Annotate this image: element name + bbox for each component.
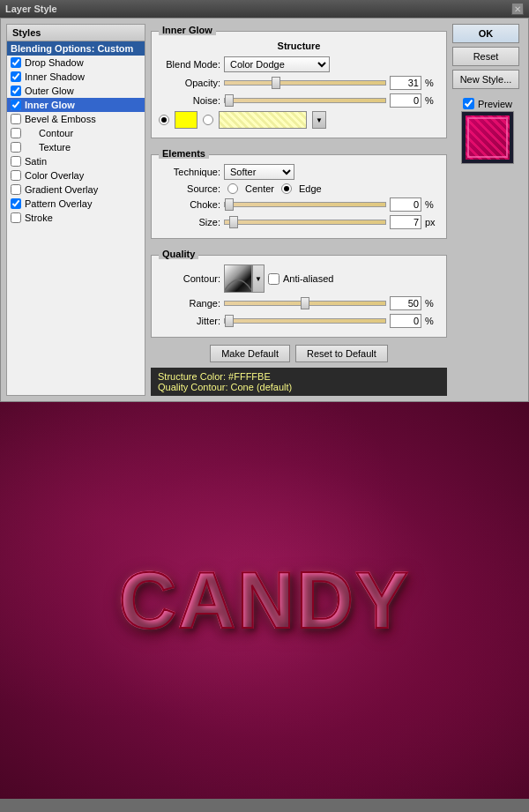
- sidebar-item-satin[interactable]: Satin: [7, 154, 145, 168]
- svg-rect-0: [225, 265, 251, 292]
- sidebar-item-inner-glow[interactable]: Inner Glow: [7, 98, 145, 112]
- jitter-unit: %: [425, 316, 439, 326]
- size-row: Size: px: [159, 215, 439, 229]
- new-style-button[interactable]: New Style...: [452, 70, 519, 89]
- inner-glow-label: Inner Glow: [25, 100, 75, 110]
- jitter-label: Jitter:: [159, 316, 220, 326]
- reset-to-default-button[interactable]: Reset to Default: [295, 345, 388, 362]
- blend-mode-select[interactable]: Color Dodge Normal Screen Multiply: [224, 56, 330, 72]
- size-slider[interactable]: [224, 220, 386, 225]
- source-center-radio[interactable]: [227, 183, 238, 194]
- solid-color-radio[interactable]: [159, 115, 169, 125]
- sidebar-item-contour[interactable]: Contour: [7, 126, 145, 140]
- sidebar-item-pattern-overlay[interactable]: Pattern Overlay: [7, 197, 145, 211]
- gradient-radio[interactable]: [203, 115, 213, 125]
- sidebar-item-inner-shadow[interactable]: Inner Shadow: [7, 70, 145, 84]
- opacity-row: Opacity: %: [159, 76, 439, 90]
- noise-slider[interactable]: [224, 98, 386, 103]
- inner-shadow-checkbox[interactable]: [11, 71, 21, 82]
- drop-shadow-label: Drop Shadow: [25, 57, 84, 68]
- preview-checkbox[interactable]: [463, 98, 474, 109]
- satin-checkbox[interactable]: [11, 156, 21, 167]
- source-row: Source: Center Edge: [159, 183, 439, 194]
- inner-shadow-label: Inner Shadow: [25, 71, 85, 82]
- jitter-input[interactable]: [390, 314, 421, 328]
- make-default-button[interactable]: Make Default: [210, 345, 290, 362]
- texture-label: Texture: [25, 142, 71, 153]
- color-swatch-gradient[interactable]: [219, 111, 307, 129]
- pattern-overlay-checkbox[interactable]: [11, 198, 21, 209]
- range-slider[interactable]: [224, 301, 386, 306]
- sidebar-item-drop-shadow[interactable]: Drop Shadow: [7, 56, 145, 70]
- styles-panel: Styles Blending Options: Custom Drop Sha…: [6, 24, 145, 396]
- color-swatch-solid[interactable]: [175, 111, 197, 129]
- close-button[interactable]: ✕: [511, 3, 524, 15]
- technique-select[interactable]: Softer Precise: [224, 164, 294, 180]
- opacity-input[interactable]: [390, 76, 421, 90]
- technique-row: Technique: Softer Precise: [159, 164, 439, 180]
- drop-shadow-checkbox[interactable]: [11, 57, 21, 68]
- noise-input[interactable]: [390, 93, 421, 108]
- texture-checkbox[interactable]: [11, 142, 21, 153]
- range-input[interactable]: [390, 296, 421, 310]
- opacity-slider[interactable]: [224, 80, 386, 86]
- pattern-overlay-label: Pattern Overlay: [25, 198, 92, 209]
- bevel-emboss-label: Bevel & Emboss: [25, 114, 96, 124]
- sidebar-item-texture[interactable]: Texture: [7, 140, 145, 154]
- preview-area: Preview: [452, 98, 523, 164]
- sidebar-item-stroke[interactable]: Stroke: [7, 211, 145, 225]
- jitter-slider[interactable]: [224, 318, 386, 324]
- reset-button[interactable]: Reset: [452, 47, 519, 66]
- contour-preview[interactable]: [224, 264, 252, 293]
- canvas-text: CANDY: [119, 555, 410, 646]
- source-edge-label: Edge: [299, 183, 322, 194]
- anti-aliased-checkbox[interactable]: [268, 273, 279, 285]
- choke-unit: %: [425, 199, 439, 210]
- inner-glow-checkbox[interactable]: [11, 100, 21, 110]
- sidebar-item-bevel-emboss[interactable]: Bevel & Emboss: [7, 112, 145, 126]
- layer-style-dialog: Styles Blending Options: Custom Drop Sha…: [0, 18, 529, 402]
- solid-radio-dot[interactable]: [159, 115, 169, 125]
- styles-header[interactable]: Styles: [7, 25, 145, 41]
- gradient-overlay-label: Gradient Overlay: [25, 184, 98, 195]
- noise-unit: %: [425, 95, 439, 106]
- color-dropdown-btn[interactable]: ▼: [312, 111, 326, 129]
- settings-panel: Inner Glow Structure Blend Mode: Color D…: [151, 24, 447, 396]
- color-overlay-checkbox[interactable]: [11, 170, 21, 181]
- contour-dropdown-button[interactable]: ▼: [252, 264, 264, 293]
- contour-row: Contour:: [159, 264, 439, 293]
- gradient-radio-dot[interactable]: [203, 115, 213, 125]
- size-unit: px: [425, 217, 439, 227]
- contour-checkbox[interactable]: [11, 128, 21, 138]
- outer-glow-checkbox[interactable]: [11, 86, 21, 96]
- sidebar-item-color-overlay[interactable]: Color Overlay: [7, 168, 145, 183]
- sidebar-item-blending[interactable]: Blending Options: Custom: [7, 41, 145, 56]
- contour-label: Contour: [25, 128, 73, 138]
- quality-section: Quality Contour:: [151, 255, 447, 338]
- preview-icon: [466, 115, 510, 160]
- preview-checkbox-row: Preview: [463, 98, 512, 109]
- section-title-quality: Quality: [159, 249, 198, 259]
- dialog-title: Layer Style: [5, 4, 57, 14]
- source-edge-radio[interactable]: [281, 183, 292, 194]
- source-center-label: Center: [245, 183, 274, 194]
- contour-label: Contour:: [159, 273, 220, 284]
- opacity-unit: %: [425, 78, 439, 88]
- sidebar-item-outer-glow[interactable]: Outer Glow: [7, 84, 145, 98]
- choke-input[interactable]: [390, 197, 421, 212]
- bevel-emboss-checkbox[interactable]: [11, 114, 21, 124]
- choke-label: Choke:: [159, 199, 220, 210]
- noise-label: Noise:: [159, 95, 220, 106]
- size-input[interactable]: [390, 215, 421, 229]
- stroke-checkbox[interactable]: [11, 212, 21, 223]
- sidebar-item-gradient-overlay[interactable]: Gradient Overlay: [7, 183, 145, 197]
- jitter-row: Jitter: %: [159, 314, 439, 328]
- preview-label: Preview: [478, 99, 512, 109]
- choke-slider[interactable]: [224, 202, 386, 207]
- gradient-overlay-checkbox[interactable]: [11, 184, 21, 195]
- blend-mode-row: Blend Mode: Color Dodge Normal Screen Mu…: [159, 56, 439, 72]
- structure-title: Structure: [159, 41, 439, 51]
- blending-label: Blending Options: Custom: [11, 43, 133, 54]
- action-buttons: Make Default Reset to Default: [151, 345, 447, 362]
- ok-button[interactable]: OK: [452, 24, 519, 43]
